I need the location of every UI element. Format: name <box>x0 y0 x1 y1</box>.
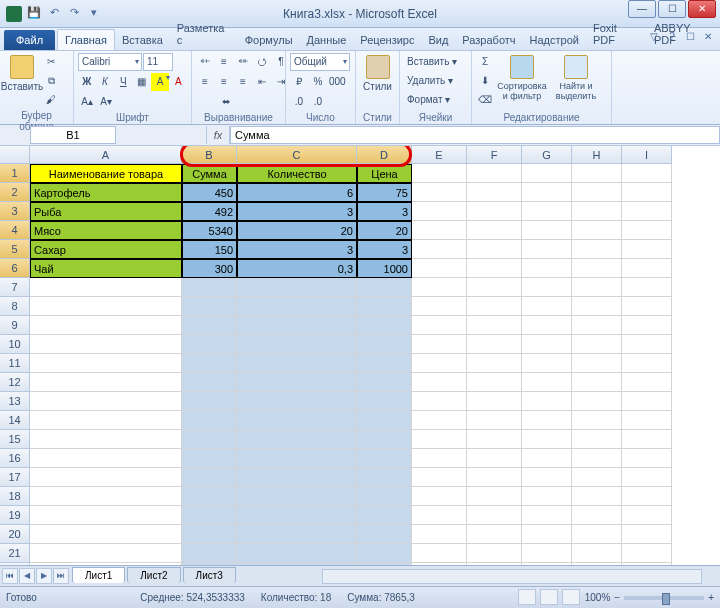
cell-F8[interactable] <box>467 297 522 316</box>
cell-D14[interactable] <box>357 411 412 430</box>
currency-icon[interactable]: ₽ <box>290 73 308 91</box>
col-header-D[interactable]: D <box>357 146 412 164</box>
cell-I5[interactable] <box>622 240 672 259</box>
cell-A4[interactable]: Мясо <box>30 221 182 240</box>
row-header-2[interactable]: 2 <box>0 183 30 202</box>
row-header-1[interactable]: 1 <box>0 164 30 183</box>
cell-B19[interactable] <box>182 506 237 525</box>
cell-D1[interactable]: Цена <box>357 164 412 183</box>
cell-I2[interactable] <box>622 183 672 202</box>
cell-G11[interactable] <box>522 354 572 373</box>
cell-I1[interactable] <box>622 164 672 183</box>
cell-C20[interactable] <box>237 525 357 544</box>
cell-D8[interactable] <box>357 297 412 316</box>
cell-F18[interactable] <box>467 487 522 506</box>
qat-dropdown-icon[interactable]: ▾ <box>86 4 102 20</box>
cell-C16[interactable] <box>237 449 357 468</box>
row-header-10[interactable]: 10 <box>0 335 30 354</box>
fx-icon[interactable]: fx <box>206 126 230 144</box>
cell-I6[interactable] <box>622 259 672 278</box>
cell-I16[interactable] <box>622 449 672 468</box>
sheet-next-icon[interactable]: ▶ <box>36 568 52 584</box>
cell-H12[interactable] <box>572 373 622 392</box>
cell-C3[interactable]: 3 <box>237 202 357 221</box>
cell-D15[interactable] <box>357 430 412 449</box>
cell-B21[interactable] <box>182 544 237 563</box>
cell-F15[interactable] <box>467 430 522 449</box>
cell-A15[interactable] <box>30 430 182 449</box>
cell-I20[interactable] <box>622 525 672 544</box>
cell-A21[interactable] <box>30 544 182 563</box>
cell-C13[interactable] <box>237 392 357 411</box>
sheet-prev-icon[interactable]: ◀ <box>19 568 35 584</box>
insert-cells-button[interactable]: Вставить ▾ <box>404 53 470 71</box>
cell-B20[interactable] <box>182 525 237 544</box>
cell-E5[interactable] <box>412 240 467 259</box>
cell-A14[interactable] <box>30 411 182 430</box>
cell-H13[interactable] <box>572 392 622 411</box>
cell-G14[interactable] <box>522 411 572 430</box>
cell-I12[interactable] <box>622 373 672 392</box>
cell-G20[interactable] <box>522 525 572 544</box>
cell-D7[interactable] <box>357 278 412 297</box>
cell-E20[interactable] <box>412 525 467 544</box>
cell-D4[interactable]: 20 <box>357 221 412 240</box>
cell-C14[interactable] <box>237 411 357 430</box>
cell-F16[interactable] <box>467 449 522 468</box>
align-right-icon[interactable]: ≡ <box>234 73 252 91</box>
orientation-icon[interactable]: ⭯ <box>253 53 271 71</box>
row-header-19[interactable]: 19 <box>0 506 30 525</box>
sort-filter-button[interactable]: Сортировка и фильтр <box>496 53 548 109</box>
ribbon-tab-8[interactable]: Надстрой <box>523 30 586 50</box>
cell-A19[interactable] <box>30 506 182 525</box>
cell-H11[interactable] <box>572 354 622 373</box>
col-header-I[interactable]: I <box>622 146 672 164</box>
ribbon-tab-6[interactable]: Вид <box>421 30 455 50</box>
cell-C5[interactable]: 3 <box>237 240 357 259</box>
cell-H18[interactable] <box>572 487 622 506</box>
cell-B7[interactable] <box>182 278 237 297</box>
cell-A16[interactable] <box>30 449 182 468</box>
cell-F10[interactable] <box>467 335 522 354</box>
cell-D21[interactable] <box>357 544 412 563</box>
styles-button[interactable]: Стили <box>360 53 395 109</box>
cell-C15[interactable] <box>237 430 357 449</box>
cell-B13[interactable] <box>182 392 237 411</box>
cell-I4[interactable] <box>622 221 672 240</box>
cell-F5[interactable] <box>467 240 522 259</box>
sheet-first-icon[interactable]: ⏮ <box>2 568 18 584</box>
maximize-button[interactable]: ☐ <box>658 0 686 18</box>
ribbon-tab-5[interactable]: Рецензирс <box>353 30 421 50</box>
paste-button[interactable]: Вставить <box>4 53 40 109</box>
cell-C7[interactable] <box>237 278 357 297</box>
cell-H1[interactable] <box>572 164 622 183</box>
cell-A9[interactable] <box>30 316 182 335</box>
cell-B16[interactable] <box>182 449 237 468</box>
cell-C11[interactable] <box>237 354 357 373</box>
cell-G1[interactable] <box>522 164 572 183</box>
cell-A1[interactable]: Наименование товара <box>30 164 182 183</box>
cell-B8[interactable] <box>182 297 237 316</box>
cell-H8[interactable] <box>572 297 622 316</box>
cell-H16[interactable] <box>572 449 622 468</box>
cell-F12[interactable] <box>467 373 522 392</box>
format-painter-icon[interactable]: 🖌 <box>42 91 60 109</box>
cell-C2[interactable]: 6 <box>237 183 357 202</box>
cell-I11[interactable] <box>622 354 672 373</box>
cell-G10[interactable] <box>522 335 572 354</box>
cell-E1[interactable] <box>412 164 467 183</box>
cell-E4[interactable] <box>412 221 467 240</box>
cell-F9[interactable] <box>467 316 522 335</box>
cell-H10[interactable] <box>572 335 622 354</box>
cell-F3[interactable] <box>467 202 522 221</box>
cell-G17[interactable] <box>522 468 572 487</box>
cell-C9[interactable] <box>237 316 357 335</box>
cell-C8[interactable] <box>237 297 357 316</box>
cell-G3[interactable] <box>522 202 572 221</box>
cell-H4[interactable] <box>572 221 622 240</box>
cell-I18[interactable] <box>622 487 672 506</box>
cell-G16[interactable] <box>522 449 572 468</box>
cell-B3[interactable]: 492 <box>182 202 237 221</box>
autosum-icon[interactable]: Σ <box>476 53 494 71</box>
row-header-16[interactable]: 16 <box>0 449 30 468</box>
